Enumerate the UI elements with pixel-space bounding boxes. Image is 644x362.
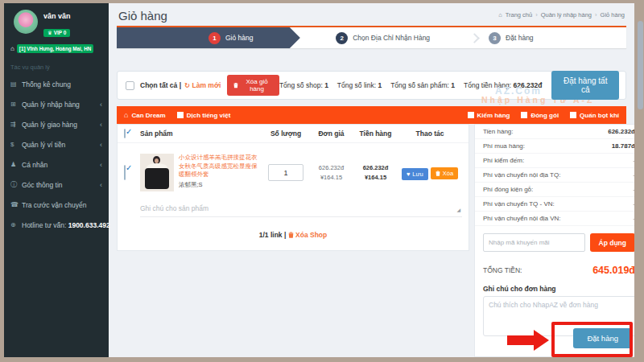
refresh-link[interactable]: ↻ Làm mới xyxy=(184,81,221,89)
chevron-left-icon: ‹ xyxy=(100,141,102,149)
shipping-icon: ☎ xyxy=(10,201,22,208)
fee-row-phi-kiem-dem: Phí kiểm đếm:- xyxy=(475,154,634,168)
chevron-left-icon: ‹ xyxy=(100,121,102,129)
sidebar-section-label: Tác vụ quản lý xyxy=(4,58,109,74)
product-note-input[interactable] xyxy=(140,202,462,217)
user-panel: vân vân ♛ VIP 0 xyxy=(4,3,109,41)
header-checkbox[interactable]: ✓ xyxy=(124,129,126,138)
cart-icon: ⊞ xyxy=(10,101,22,108)
sidebar-item-quan-ly-vi-tien[interactable]: $ Quản lý ví tiền ‹ xyxy=(4,134,109,154)
home-icon: ⌂ xyxy=(498,11,502,19)
fee-row-tien-hang: Tiền hàng:626.232đ xyxy=(475,125,634,139)
delete-shop-link[interactable]: Xóa Shop xyxy=(288,231,328,239)
apply-coupon-button[interactable]: Áp dụng xyxy=(590,233,634,252)
save-product-button[interactable]: ♥ Lưu xyxy=(402,168,428,180)
chevron-left-icon: ‹ xyxy=(100,161,102,169)
cart-stats: Tổng số shop: 1 Tổng số link: 1 Tổng số … xyxy=(279,81,543,89)
shop-name[interactable]: Can Dream xyxy=(131,112,165,119)
delete-product-button[interactable]: Xóa xyxy=(431,167,458,179)
main-content: AZ.Com Nhập Hàng Từ A-Z Giỏ hàng ⌂ Trang… xyxy=(109,3,634,357)
refresh-icon: ↻ xyxy=(184,81,190,89)
place-order-button[interactable]: Đặt hàng xyxy=(573,328,632,348)
quan-bot-khi-checkbox[interactable] xyxy=(570,112,576,118)
product-title-link[interactable]: 小众设计感羊羔毛拼接提花衣女秋冬气质高级感宽松显瘦保暖翻领外套 xyxy=(179,154,262,179)
chevron-left-icon: ‹ xyxy=(100,101,102,109)
breadcrumb-current: Giỏ hàng xyxy=(601,11,625,19)
truck-icon: ⇶ xyxy=(10,121,22,128)
user-name: vân vân xyxy=(43,12,71,20)
crumb-separator: › xyxy=(595,11,597,19)
coupon-input[interactable] xyxy=(483,233,585,252)
cart-footer: 1/1 link | Xóa Shop xyxy=(118,219,469,250)
breadcrumb-quan-ly-nhap-hang[interactable]: Quản lý nhập hàng xyxy=(541,11,592,19)
resize-icon: ◢ xyxy=(456,207,460,212)
dong-goi-checkbox[interactable] xyxy=(521,112,527,118)
cart-toolbar: Chọn tất cả | ↻ Làm mới Xóa giỏ hàng Tổn… xyxy=(117,71,626,100)
stat-san-pham: Tổng số sản phẩm: 1 xyxy=(390,81,455,89)
order-note-label: Ghi chú cho đơn hàng xyxy=(475,282,634,296)
total-value: 645.019đ xyxy=(592,265,634,276)
sidebar-item-hotline[interactable]: ⊕ Hotline tư vấn: 1900.633.492 xyxy=(4,215,109,235)
sidebar-item-quan-ly-nhap-hang[interactable]: ⊞ Quản lý nhập hàng ‹ xyxy=(4,94,109,114)
chart-icon: ▤ xyxy=(10,80,22,88)
total-price-cell: 626.232đ ¥164.15 xyxy=(353,163,398,183)
heart-icon: ♥ xyxy=(407,171,410,178)
breadcrumb: ⌂ Trang chủ › Quản lý nhập hàng › Giỏ hà… xyxy=(498,11,625,19)
sidebar-item-thong-ke-chung[interactable]: ▤ Thống kê chung xyxy=(4,74,109,94)
product-row: ✓ 小众设计感羊羔毛拼接提花衣女秋冬气质高级感宽松显瘦保暖翻领外套 浓郁黑;S … xyxy=(118,143,469,195)
vip-badge: ♛ VIP 0 xyxy=(43,29,70,37)
order-all-button[interactable]: Đặt hàng tất cả xyxy=(551,71,619,100)
product-image[interactable] xyxy=(140,154,174,191)
step-chon-dia-chi[interactable]: 2 Chọn Địa Chỉ Nhận Hàng xyxy=(300,27,489,48)
fee-row-van-chuyen-tq: Phí vận chuyển nội địa TQ:- xyxy=(475,168,634,183)
order-summary: Tiền hàng:626.232đ Phí mua hàng:18.787đ … xyxy=(474,124,634,357)
stat-shop: Tổng số shop: 1 xyxy=(279,81,328,89)
trash-icon xyxy=(288,232,294,238)
app-window: vân vân ♛ VIP 0 ⌂ [1] Vĩnh Hưng, Hoàng M… xyxy=(4,3,634,357)
sidebar-item-tra-cuoc-van-chuyen[interactable]: ☎ Tra cước vận chuyển xyxy=(4,195,109,215)
delete-cart-button[interactable]: Xóa giỏ hàng xyxy=(227,75,279,96)
translate-label[interactable]: Dịch tiếng việt xyxy=(187,112,231,119)
crumb-separator: › xyxy=(535,11,538,19)
shop-options: Kiểm hàng Đóng gói Quấn bọt khí xyxy=(456,112,619,119)
scrollbar-thumb[interactable] xyxy=(638,21,643,109)
hotline-number: 1900.633.492 xyxy=(68,221,110,229)
wallet-icon: $ xyxy=(10,141,22,148)
kiem-hang-checkbox[interactable] xyxy=(468,112,474,118)
user-icon: ♟ xyxy=(10,161,22,168)
total-label: TỔNG TIỀN: xyxy=(483,266,522,274)
stat-link: Tổng số link: 1 xyxy=(337,81,382,89)
link-count: 1/1 link | xyxy=(259,231,287,239)
info-icon: ⓘ xyxy=(10,180,22,189)
cart-table-header: ✓ Sản phẩm Số lượng Đơn giá Tiền hàng Th… xyxy=(118,125,469,143)
select-all-checkbox[interactable] xyxy=(126,81,134,90)
step-number: 2 xyxy=(336,32,348,44)
select-all-label[interactable]: Chọn tất cả | xyxy=(140,81,181,89)
product-variant: 浓郁黑;S xyxy=(179,181,262,189)
hotline-icon: ⊕ xyxy=(10,221,22,228)
grand-total-row: TỔNG TIỀN: 645.019đ xyxy=(475,257,634,282)
row-checkbox[interactable]: ✓ xyxy=(124,165,126,180)
translate-checkbox[interactable] xyxy=(177,112,184,118)
address-badge: [1] Vĩnh Hưng, Hoàng Mai, HN xyxy=(17,44,94,53)
home-icon: ⌂ xyxy=(10,45,14,52)
fee-row-noi-dia-vn: Phí vận chuyển nội địa VN:- xyxy=(475,212,634,226)
step-gio-hang[interactable]: 1 Giỏ hàng xyxy=(117,27,300,48)
address-row[interactable]: ⌂ [1] Vĩnh Hưng, Hoàng Mai, HN xyxy=(4,41,109,58)
breadcrumb-trang-chu[interactable]: Trang chủ xyxy=(506,11,533,19)
chevron-left-icon: ‹ xyxy=(100,181,102,189)
avatar xyxy=(14,10,38,34)
quantity-input[interactable] xyxy=(268,164,303,181)
sidebar: vân vân ♛ VIP 0 ⌂ [1] Vĩnh Hưng, Hoàng M… xyxy=(4,3,109,357)
fee-row-tq-vn: Phí vận chuyển TQ - VN:- xyxy=(475,197,634,212)
sidebar-item-goc-thong-tin[interactable]: ⓘ Góc thông tin ‹ xyxy=(4,175,109,195)
sidebar-item-ca-nhan[interactable]: ♟ Cá nhân ‹ xyxy=(4,154,109,175)
cart-table: ✓ Sản phẩm Số lượng Đơn giá Tiền hàng Th… xyxy=(117,124,469,251)
step-dat-hang[interactable]: 3 Đặt hàng xyxy=(489,27,626,48)
fee-row-phi-mua-hang: Phí mua hàng:18.787đ xyxy=(475,139,634,154)
product-note-row: ◢ xyxy=(118,195,469,219)
page-title: Giỏ hàng xyxy=(118,9,167,23)
checkout-steps: 1 Giỏ hàng 2 Chọn Địa Chỉ Nhận Hàng 3 Đặ… xyxy=(117,26,626,48)
sidebar-item-quan-ly-giao-hang[interactable]: ⇶ Quản lý giao hàng ‹ xyxy=(4,114,109,134)
shop-icon: ⌂ xyxy=(124,111,128,119)
